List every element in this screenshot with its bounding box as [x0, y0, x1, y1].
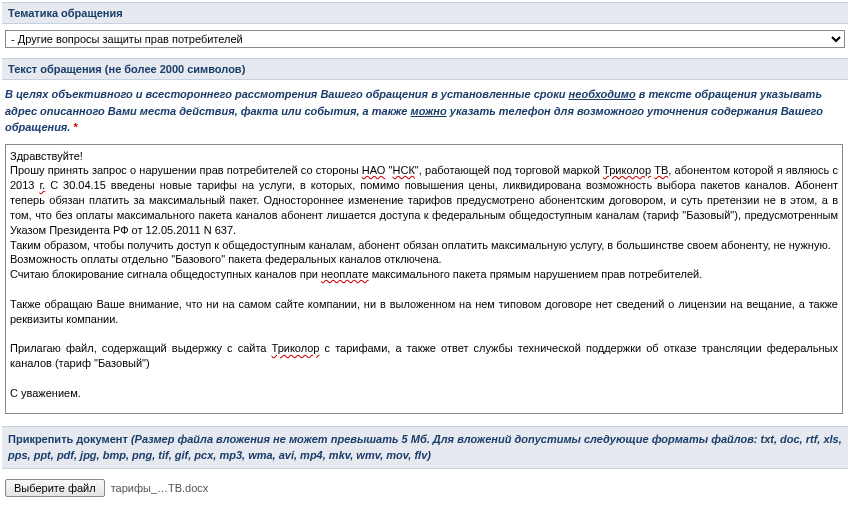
file-row: Выберите файл тарифы_…ТВ.docx — [2, 473, 848, 499]
instr-u2: можно — [411, 105, 447, 117]
instr-u1: необходимо — [569, 88, 636, 100]
body-section-header: Текст обращения (не более 2000 символов) — [2, 58, 848, 80]
choose-file-button[interactable]: Выберите файл — [5, 479, 105, 497]
spacer — [2, 414, 848, 426]
topic-block: - Другие вопросы защиты прав потребителе… — [2, 28, 848, 58]
topic-section-header: Тематика обращения — [2, 2, 848, 24]
chosen-file-name: тарифы_…ТВ.docx — [111, 482, 209, 494]
required-asterisk: * — [73, 121, 77, 133]
attach-label-rest: (Размер файла вложения не может превышат… — [8, 433, 842, 462]
instr-p1: В целях объективного и всестороннего рас… — [5, 88, 569, 100]
body-textarea[interactable]: Здравствуйте! Прошу принять запрос о нар… — [5, 144, 843, 414]
body-instruction: В целях объективного и всестороннего рас… — [2, 84, 848, 144]
attach-section-header: Прикрепить документ (Размер файла вложен… — [2, 426, 848, 469]
body-header-label: Текст обращения (не более 2000 символов) — [8, 63, 245, 75]
topic-select[interactable]: - Другие вопросы защиты прав потребителе… — [5, 30, 845, 48]
attach-label-bold: Прикрепить документ — [8, 433, 131, 445]
topic-header-label: Тематика обращения — [8, 7, 123, 19]
